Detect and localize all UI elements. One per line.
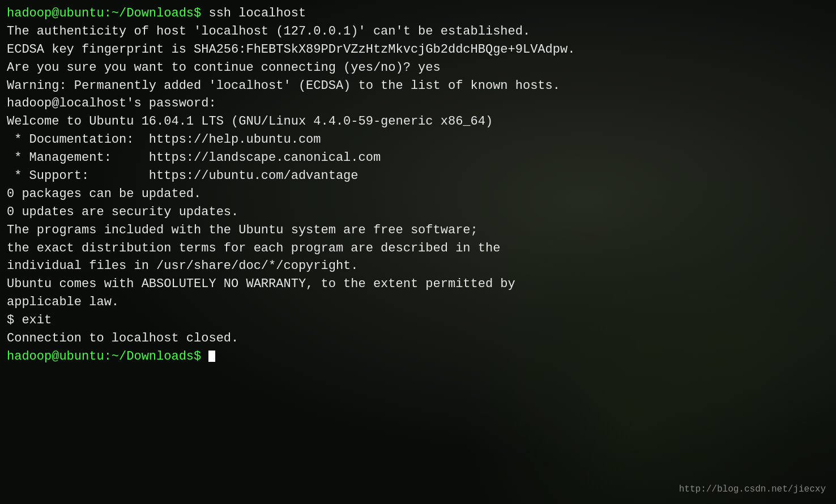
final-prompt: hadoop@ubuntu:~/Downloads$ [7, 348, 829, 366]
applicable-line: applicable law. [7, 293, 829, 311]
ubuntu-line: Ubuntu comes with ABSOLUTELY NO WARRANTY… [7, 275, 829, 293]
programs-line: The programs included with the Ubuntu sy… [7, 221, 829, 240]
terminal-cursor [208, 351, 215, 362]
sure-line: Are you sure you want to continue connec… [7, 59, 829, 77]
exit-line: $ exit [7, 311, 829, 330]
ecdsa-line: ECDSA key fingerprint is SHA256:FhEBTSkX… [7, 41, 829, 59]
watermark: http://blog.csdn.net/jiecxy [679, 483, 826, 496]
warning-line: Warning: Permanently added 'localhost' (… [7, 77, 829, 95]
mgmt-line: * Management: https://landscape.canonica… [7, 149, 829, 167]
auth-line: The authenticity of host 'localhost (127… [7, 23, 829, 41]
individual-line: individual files in /usr/share/doc/*/cop… [7, 257, 829, 275]
connection-line: Connection to localhost closed. [7, 330, 829, 348]
welcome-line: Welcome to Ubuntu 16.04.1 LTS (GNU/Linux… [7, 113, 829, 131]
doc-line: * Documentation: https://help.ubuntu.com [7, 131, 829, 149]
terminal-window[interactable]: hadoop@ubuntu:~/Downloads$ ssh localhost… [0, 0, 836, 504]
updates-line: 0 updates are security updates. [7, 203, 829, 221]
pkg-line: 0 packages can be updated. [7, 185, 829, 203]
support-line: * Support: https://ubuntu.com/advantage [7, 167, 829, 185]
password-line: hadoop@localhost's password: [7, 95, 829, 113]
exact-line: the exact distribution terms for each pr… [7, 240, 829, 258]
prompt-line: hadoop@ubuntu:~/Downloads$ ssh localhost [7, 5, 829, 23]
